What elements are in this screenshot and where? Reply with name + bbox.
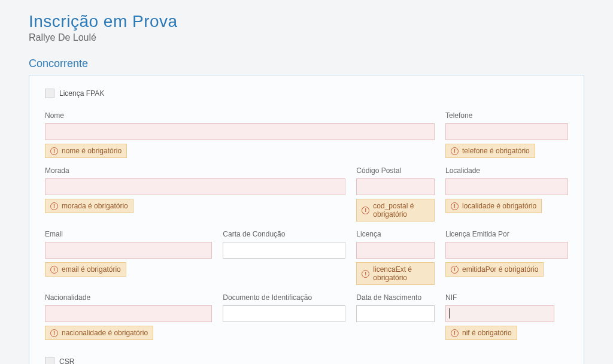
documento-identificacao-input[interactable] xyxy=(223,305,345,322)
alert-icon: ! xyxy=(451,147,459,155)
alert-icon: ! xyxy=(50,266,58,274)
csr-row: CSR xyxy=(45,357,568,364)
nacionalidade-label: Nacionalidade xyxy=(45,293,212,302)
licenca-emitida-por-error: ! emitidaPor é obrigatório xyxy=(445,262,544,277)
carta-conducao-label: Carta de Condução xyxy=(223,230,345,238)
localidade-error-text: localidade é obrigatório xyxy=(462,202,536,210)
nome-error: ! nome é obrigatório xyxy=(45,144,127,158)
nacionalidade-input[interactable] xyxy=(45,305,212,322)
email-label: Email xyxy=(45,230,212,238)
alert-icon: ! xyxy=(50,202,58,210)
licenca-fpak-row: Licença FPAK xyxy=(45,89,568,98)
licenca-error-text: licencaExt é obrigatório xyxy=(373,265,429,282)
morada-error: ! morada é obrigatório xyxy=(45,199,133,213)
carta-conducao-input[interactable] xyxy=(223,242,345,259)
localidade-label: Localidade xyxy=(445,166,568,175)
telefone-input[interactable] xyxy=(445,123,568,140)
morada-input[interactable] xyxy=(45,178,345,195)
localidade-error: ! localidade é obrigatório xyxy=(445,199,542,213)
licenca-error: ! licencaExt é obrigatório xyxy=(356,262,435,285)
telefone-label: Telefone xyxy=(445,111,568,120)
alert-icon: ! xyxy=(362,207,369,214)
email-error-text: email é obrigatório xyxy=(62,265,121,274)
data-nascimento-label: Data de Nascimento xyxy=(356,293,435,302)
licenca-label: Licença xyxy=(356,230,435,238)
alert-icon: ! xyxy=(451,202,459,210)
alert-icon: ! xyxy=(50,329,58,337)
alert-icon: ! xyxy=(451,266,459,274)
nif-input[interactable] xyxy=(445,305,554,322)
email-input[interactable] xyxy=(45,242,212,259)
codigo-postal-label: Código Postal xyxy=(356,166,435,175)
section-title: Concorrente xyxy=(29,57,584,70)
email-error: ! email é obrigatório xyxy=(45,262,126,277)
licenca-emitida-por-input[interactable] xyxy=(445,242,568,259)
codigo-postal-error: ! cod_postal é obrigatório xyxy=(356,199,435,222)
telefone-error: ! telefone é obrigatório xyxy=(445,144,535,158)
nif-error: ! nif é obrigatório xyxy=(445,326,517,340)
nacionalidade-error: ! nacionalidade é obrigatório xyxy=(45,326,153,340)
morada-error-text: morada é obrigatório xyxy=(62,202,128,210)
nome-error-text: nome é obrigatório xyxy=(62,147,122,155)
licenca-emitida-por-error-text: emitidaPor é obrigatório xyxy=(462,265,538,274)
alert-icon: ! xyxy=(451,329,459,337)
nif-label: NIF xyxy=(445,293,568,302)
licenca-fpak-checkbox[interactable] xyxy=(45,89,54,98)
nacionalidade-error-text: nacionalidade é obrigatório xyxy=(62,329,148,337)
licenca-input[interactable] xyxy=(356,242,435,259)
localidade-input[interactable] xyxy=(445,178,568,195)
morada-label: Morada xyxy=(45,166,345,175)
form-panel: Licença FPAK Nome ! nome é obrigatório T… xyxy=(29,75,584,364)
text-cursor xyxy=(449,308,450,318)
form-grid: Nome ! nome é obrigatório Telefone ! tel… xyxy=(45,111,568,340)
codigo-postal-error-text: cod_postal é obrigatório xyxy=(373,202,429,219)
csr-label: CSR xyxy=(59,357,74,364)
nome-input[interactable] xyxy=(45,123,435,140)
page-subtitle: Rallye De Loulé xyxy=(29,32,584,43)
codigo-postal-input[interactable] xyxy=(356,178,435,195)
nome-label: Nome xyxy=(45,111,435,120)
csr-checkbox[interactable] xyxy=(45,357,54,364)
nif-error-text: nif é obrigatório xyxy=(462,329,512,337)
alert-icon: ! xyxy=(50,147,58,155)
documento-identificacao-label: Documento de Identificação xyxy=(223,293,345,302)
data-nascimento-input[interactable] xyxy=(356,305,435,322)
licenca-fpak-label: Licença FPAK xyxy=(59,89,104,98)
licenca-emitida-por-label: Licença Emitida Por xyxy=(445,230,568,238)
page-title: Inscrição em Prova xyxy=(29,12,584,31)
telefone-error-text: telefone é obrigatório xyxy=(462,147,530,155)
alert-icon: ! xyxy=(362,270,369,278)
